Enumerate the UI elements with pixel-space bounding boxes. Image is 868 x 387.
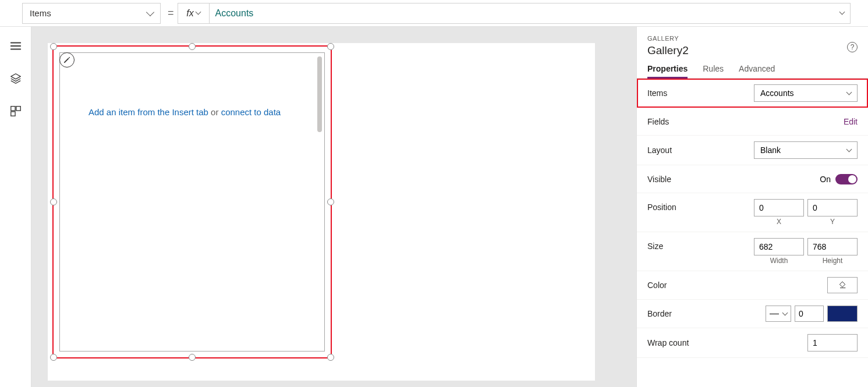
size-label: Size — [647, 242, 663, 251]
main-area: Add an item from the Insert tab or conne… — [0, 27, 868, 387]
row-visible: Visible On — [637, 165, 868, 193]
tab-rules[interactable]: Rules — [703, 64, 724, 78]
chevron-down-icon — [195, 9, 201, 15]
canvas-area[interactable]: Add an item from the Insert tab or conne… — [31, 27, 636, 387]
position-y-label: Y — [830, 218, 835, 226]
row-size: Size Width Height — [637, 232, 868, 271]
gallery-selection[interactable]: Add an item from the Insert tab or conne… — [52, 45, 332, 358]
items-label: Items — [647, 88, 667, 98]
row-color: Color — [637, 271, 868, 300]
control-type-label: GALLERY — [647, 35, 858, 42]
size-width-label: Width — [770, 257, 788, 265]
edit-gallery-button[interactable] — [59, 52, 75, 68]
color-swatch[interactable] — [827, 277, 858, 293]
border-label: Border — [647, 309, 672, 318]
size-width-input[interactable] — [754, 238, 804, 255]
control-name[interactable]: Gallery2 — [647, 44, 858, 57]
size-height-input[interactable] — [807, 238, 858, 255]
row-position: Position X Y — [637, 193, 868, 232]
chevron-down-icon — [839, 9, 845, 15]
insert-tab-link[interactable]: Add an item from the Insert tab — [88, 107, 208, 117]
row-border: Border — [637, 300, 868, 328]
svg-rect-2 — [10, 112, 15, 116]
row-fields: Fields Edit — [637, 108, 868, 136]
visible-toggle[interactable] — [835, 174, 858, 184]
visible-state: On — [820, 175, 831, 184]
svg-rect-0 — [10, 106, 15, 111]
gallery-bounds — [59, 52, 325, 352]
color-label: Color — [647, 281, 667, 290]
fx-label: fx — [186, 8, 193, 19]
components-icon[interactable] — [9, 105, 22, 118]
visible-toggle-wrap: On — [820, 174, 858, 184]
wrap-count-label: Wrap count — [647, 338, 689, 347]
panel-tabs: Properties Rules Advanced — [637, 57, 868, 79]
formula-input[interactable]: Accounts — [209, 3, 851, 24]
resize-handle[interactable] — [327, 43, 334, 50]
tab-properties[interactable]: Properties — [647, 64, 688, 78]
row-items: Items Accounts — [637, 79, 868, 108]
fill-icon — [838, 281, 847, 290]
items-value: Accounts — [760, 88, 794, 98]
chevron-down-icon — [846, 146, 852, 152]
resize-handle[interactable] — [189, 43, 196, 50]
layout-value: Blank — [760, 145, 781, 155]
layers-icon[interactable] — [9, 72, 22, 85]
gallery-placeholder-text: Add an item from the Insert tab or conne… — [88, 107, 281, 117]
panel-header: GALLERY Gallery2 ? — [637, 27, 868, 57]
fx-button[interactable]: fx — [178, 3, 209, 24]
hamburger-icon[interactable] — [9, 40, 22, 52]
layout-label: Layout — [647, 145, 672, 155]
scrollbar[interactable] — [317, 56, 322, 132]
left-rail — [0, 27, 31, 387]
properties-panel: GALLERY Gallery2 ? Properties Rules Adva… — [636, 27, 868, 387]
visible-label: Visible — [647, 175, 671, 184]
resize-handle[interactable] — [50, 43, 57, 50]
border-color-swatch[interactable] — [827, 306, 858, 322]
layout-dropdown[interactable]: Blank — [754, 141, 858, 159]
position-label: Position — [647, 203, 676, 212]
fields-label: Fields — [647, 117, 669, 126]
line-icon — [770, 314, 779, 314]
row-wrap-count: Wrap count — [637, 328, 868, 358]
items-dropdown[interactable]: Accounts — [754, 84, 858, 102]
property-dropdown-value: Items — [30, 8, 51, 18]
help-icon[interactable]: ? — [847, 42, 858, 52]
tab-advanced[interactable]: Advanced — [739, 64, 775, 78]
border-style-dropdown[interactable] — [766, 306, 791, 322]
size-height-label: Height — [823, 257, 843, 265]
resize-handle[interactable] — [327, 198, 334, 205]
wrap-count-input[interactable] — [807, 334, 858, 352]
row-layout: Layout Blank — [637, 136, 868, 165]
resize-handle[interactable] — [189, 354, 196, 361]
chevron-down-icon — [146, 8, 154, 16]
resize-handle[interactable] — [327, 354, 334, 361]
connect-data-link[interactable]: connect to data — [221, 107, 281, 117]
equals-label: = — [168, 7, 174, 19]
svg-rect-1 — [16, 106, 20, 111]
position-y-input[interactable] — [807, 199, 858, 216]
pencil-icon — [63, 56, 71, 64]
property-dropdown[interactable]: Items — [22, 3, 161, 24]
formula-text: Accounts — [215, 8, 254, 19]
formula-bar: Items = fx Accounts — [0, 0, 868, 27]
gallery-hint-or: or — [208, 107, 221, 117]
fields-edit-link[interactable]: Edit — [844, 117, 858, 126]
border-width-input[interactable] — [795, 306, 824, 322]
app-canvas[interactable]: Add an item from the Insert tab or conne… — [48, 43, 595, 381]
position-x-input[interactable] — [754, 199, 804, 216]
chevron-down-icon — [782, 310, 788, 315]
chevron-down-icon — [846, 89, 852, 95]
position-x-label: X — [777, 218, 781, 226]
resize-handle[interactable] — [50, 198, 57, 205]
resize-handle[interactable] — [50, 354, 57, 361]
